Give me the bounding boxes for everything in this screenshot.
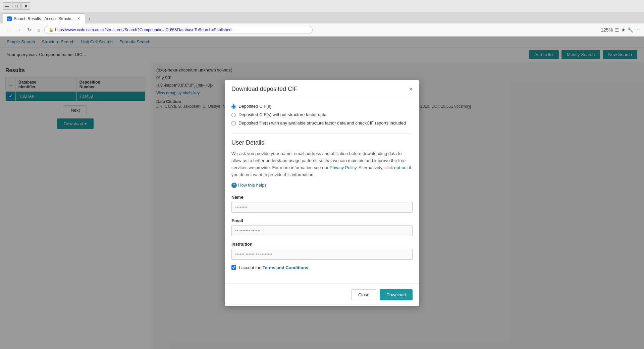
privacy-policy-link[interactable]: Privacy Policy — [330, 165, 357, 170]
terms-checkbox-group: I accept the Terms and Conditions — [231, 265, 413, 270]
radio-with-structure[interactable] — [231, 121, 236, 126]
option3-label: Deposited file(s) with any available str… — [238, 120, 406, 126]
modal-title: Download deposited CIF — [231, 86, 298, 93]
address-bar: ← → ↻ ⌂ 🔒 https://www.ccdc.cam.ac.uk/str… — [0, 23, 644, 36]
institution-input[interactable] — [231, 249, 413, 260]
bookmark-icon[interactable]: ★ — [621, 27, 626, 33]
modal-overlay: Download deposited CIF × Deposited CIF(s… — [0, 37, 644, 349]
download-modal: Download deposited CIF × Deposited CIF(s… — [225, 80, 419, 305]
email-label: Email — [231, 218, 413, 223]
tab-title: Search Results - Access Structu... — [14, 16, 74, 21]
minimize-btn[interactable]: — — [3, 2, 11, 10]
modal-body: Deposited CIF(s) Deposited CIF(s) withou… — [225, 97, 419, 283]
extensions-icon[interactable]: 🔧 — [628, 27, 633, 33]
maximize-btn[interactable]: □ — [12, 2, 21, 10]
how-this-helps-link[interactable]: ? How this helps — [231, 183, 413, 188]
url-text: https://www.ccdc.cam.ac.uk/structures/Se… — [55, 28, 231, 32]
institution-label: Institution — [231, 242, 413, 247]
browser-actions: 125% ☰ ★ 🔧 ⋯ — [601, 27, 640, 33]
window-controls[interactable]: — □ ✕ — [3, 2, 30, 10]
modal-close-button[interactable]: Close — [351, 289, 376, 300]
tab-favicon: C — [7, 16, 12, 21]
reader-icon[interactable]: ☰ — [615, 27, 619, 33]
option-no-structure-factor[interactable]: Deposited CIF(s) without structure facto… — [231, 112, 413, 117]
refresh-button[interactable]: ↻ — [25, 27, 33, 33]
modal-close-icon[interactable]: × — [409, 86, 413, 92]
back-button[interactable]: ← — [4, 27, 12, 33]
home-button[interactable]: ⌂ — [36, 27, 42, 33]
modal-header: Download deposited CIF × — [225, 80, 419, 97]
opt-out-link[interactable]: opt-out — [394, 165, 408, 170]
new-tab-button[interactable]: + — [85, 15, 94, 23]
accept-terms-label: I accept the Terms and Conditions — [239, 265, 308, 270]
download-options: Deposited CIF(s) Deposited CIF(s) withou… — [231, 104, 413, 126]
tab-close-icon[interactable]: ✕ — [76, 16, 81, 21]
secure-icon: 🔒 — [49, 28, 54, 32]
radio-no-structure[interactable] — [231, 113, 236, 117]
terms-and-conditions-link[interactable]: Terms and Conditions — [263, 265, 308, 270]
menu-icon[interactable]: ⋯ — [635, 27, 640, 33]
option2-label: Deposited CIF(s) without structure facto… — [238, 112, 326, 117]
description-body: We ask you provide your name, email addr… — [231, 151, 406, 170]
radio-deposited-cif[interactable] — [231, 104, 236, 109]
modal-footer: Close Download — [225, 284, 419, 306]
page-content: Simple Search Structure Search Unit Cell… — [0, 37, 644, 349]
name-input[interactable] — [231, 202, 413, 213]
email-form-group: Email — [231, 218, 413, 236]
modal-download-button[interactable]: Download — [380, 289, 413, 300]
name-label: Name — [231, 195, 413, 200]
forward-button[interactable]: → — [15, 27, 23, 33]
name-form-group: Name — [231, 195, 413, 213]
description-text: We ask you provide your name, email addr… — [231, 150, 413, 178]
user-details-title: User Details — [231, 139, 413, 146]
institution-form-group: Institution — [231, 242, 413, 260]
option1-label: Deposited CIF(s) — [238, 104, 271, 109]
active-tab[interactable]: C Search Results - Access Structu... ✕ — [3, 13, 85, 23]
email-input[interactable] — [231, 225, 413, 236]
option-with-structure-factor[interactable]: Deposited file(s) with any available str… — [231, 120, 413, 126]
tab-bar: C Search Results - Access Structu... ✕ + — [0, 12, 644, 23]
browser-chrome: — □ ✕ C Search Results - Access Structu.… — [0, 0, 644, 37]
section-divider — [231, 134, 413, 134]
url-bar[interactable]: 🔒 https://www.ccdc.cam.ac.uk/structures/… — [44, 26, 313, 34]
option-deposited-cif[interactable]: Deposited CIF(s) — [231, 104, 413, 109]
zoom-level: 125% — [601, 27, 613, 33]
help-icon: ? — [231, 183, 237, 188]
how-this-helps-text: How this helps — [238, 183, 267, 188]
close-btn[interactable]: ✕ — [21, 2, 30, 10]
title-bar: — □ ✕ — [0, 0, 644, 12]
terms-checkbox[interactable] — [231, 265, 236, 270]
